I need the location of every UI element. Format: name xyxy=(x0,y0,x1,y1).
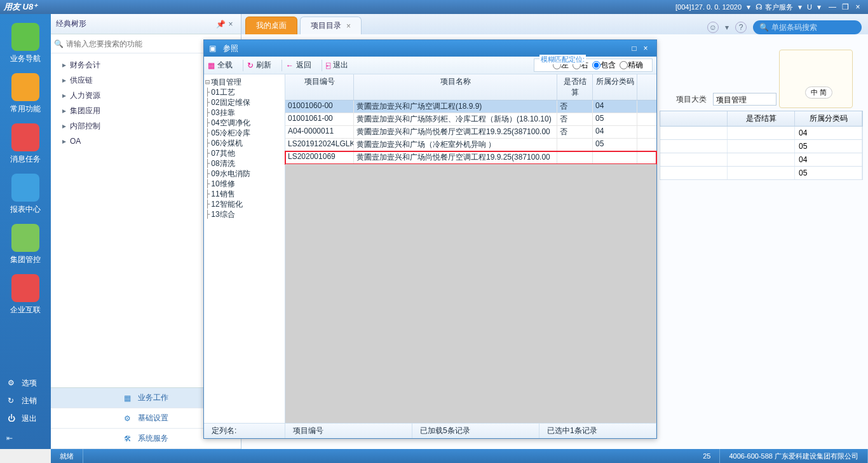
table-row[interactable]: LS202001069黄圃壹加壹兴和广场尚悦餐厅空调工程19.9.25(3871… xyxy=(285,151,656,164)
close-icon[interactable]: × xyxy=(346,22,351,31)
refresh-button[interactable]: ↻刷新 xyxy=(247,60,271,71)
tree-item[interactable]: ├ 03 挂靠 xyxy=(205,107,283,118)
chev-down-icon[interactable]: ▾ xyxy=(817,3,821,11)
nav-enterprise[interactable]: 企业互联 xyxy=(5,274,46,315)
tree-root[interactable]: ⊟ 项目管理 xyxy=(205,77,283,87)
tree-item-label: 冷煤机 xyxy=(220,138,243,149)
cell-code: 01001060-00 xyxy=(285,100,354,113)
maximize-icon[interactable]: □ xyxy=(628,44,640,53)
tab-desktop[interactable]: 我的桌面 xyxy=(245,17,297,34)
match-contain[interactable]: 包含 xyxy=(592,60,616,71)
fullload-button[interactable]: ▦全载 xyxy=(208,60,233,71)
tab-project[interactable]: 项目目录× xyxy=(300,17,362,34)
table-row[interactable]: A04-0000011黄圃壹加壹兴和广场尚悦餐厅空调工程19.9.25(3871… xyxy=(285,126,656,139)
smile-icon[interactable]: ☺ xyxy=(707,22,719,33)
tree-item-label: 综合 xyxy=(220,209,235,220)
nav-common[interactable]: 常用功能 xyxy=(5,73,46,114)
customer-service[interactable]: 客户服务 xyxy=(765,3,793,12)
tree-item-label: 维修 xyxy=(220,179,235,190)
barcode-search[interactable]: 🔍 单据条码搜索 xyxy=(753,20,862,34)
nav-reports-label: 报表中心 xyxy=(5,204,46,215)
caret-icon: ▸ xyxy=(62,106,70,115)
tree-item[interactable]: ├ 09 水电消防 xyxy=(205,169,283,179)
col-a xyxy=(660,111,728,126)
nav-node-label: 人力资源 xyxy=(70,90,100,101)
tree-item[interactable]: ├ 05 冷柜冷库 xyxy=(205,128,283,138)
close-icon[interactable]: × xyxy=(226,20,236,29)
tree-item-num: 06 xyxy=(211,139,219,148)
table-row[interactable]: 04 xyxy=(660,127,863,140)
col-cat[interactable]: 所属分类码 xyxy=(593,74,637,100)
tree-item[interactable]: ├ 13 综合 xyxy=(205,209,283,219)
chev-down-icon[interactable]: ▾ xyxy=(747,3,750,11)
tree-item[interactable]: ├ 07 其他 xyxy=(205,148,283,158)
tree-item-label: 空调净化 xyxy=(220,118,250,128)
cell-cat: 05 xyxy=(593,139,637,151)
radio-label: 精确 xyxy=(628,60,643,71)
close-icon[interactable]: × xyxy=(853,3,863,11)
collapse-arrow-icon[interactable]: ⇤ xyxy=(0,427,51,449)
nav-node-label: 财务会计 xyxy=(70,60,100,71)
chev-down-icon[interactable]: ▾ xyxy=(798,3,802,11)
tree-item[interactable]: ├ 08 清洗 xyxy=(205,158,283,169)
logout-button[interactable]: ↻注销 xyxy=(0,392,51,410)
category-field[interactable]: 项目管理 xyxy=(713,93,776,106)
category-tree: ⊟ 项目管理 ├ 01 工艺 ├ 02 固定维保 ├ 03 挂靠 ├ 04 空调… xyxy=(204,74,285,423)
nav-messages[interactable]: 消息任务 xyxy=(5,123,46,165)
cell: 04 xyxy=(795,127,862,139)
col-closed[interactable]: 是否结算 xyxy=(557,74,593,100)
cell-code: A04-0000011 xyxy=(285,126,354,138)
status-num: 25 xyxy=(694,449,720,463)
table-row[interactable]: 05 xyxy=(660,140,863,153)
table-row[interactable]: 01001060-00黄圃壹加壹兴和广场空调工程(18.9.9)否04 xyxy=(285,100,656,113)
tree-item[interactable]: ├ 12 智能化 xyxy=(205,199,283,209)
table-row[interactable]: 04 xyxy=(660,153,863,167)
nav-business[interactable]: 业务导航 xyxy=(5,23,46,64)
back-button[interactable]: ←返回 xyxy=(286,60,311,71)
nav-reports[interactable]: 报表中心 xyxy=(5,174,46,215)
nav-node-label: OA xyxy=(70,137,81,146)
cell-name: 黄圃壹加壹兴和广场尚悦餐厅空调工程19.9.25(387100.00 xyxy=(354,126,557,138)
lang-badge[interactable]: 中 简 xyxy=(805,86,832,99)
headset-icon: ☊ xyxy=(756,3,763,11)
minimize-icon[interactable]: — xyxy=(827,3,837,11)
match-exact[interactable]: 精确 xyxy=(620,60,643,71)
table-row[interactable]: 05 xyxy=(660,167,863,180)
close-icon[interactable]: × xyxy=(640,44,651,53)
exit-label: 退出 xyxy=(22,413,37,424)
tree-item-label: 水电消防 xyxy=(220,169,250,179)
fullload-icon: ▦ xyxy=(208,61,215,70)
tree-item[interactable]: ├ 06 冷煤机 xyxy=(205,138,283,148)
tree-item[interactable]: ├ 02 固定维保 xyxy=(205,97,283,107)
category-label: 项目大类 xyxy=(676,94,707,105)
col-name[interactable]: 项目名称 xyxy=(354,74,557,100)
tree-item-num: 13 xyxy=(211,210,219,219)
nav-common-label: 常用功能 xyxy=(5,104,46,114)
u-menu[interactable]: U xyxy=(807,3,812,11)
exit-button[interactable]: ⏻退出 xyxy=(0,410,51,427)
pin-icon[interactable]: 📌 xyxy=(215,20,226,29)
exit-button[interactable]: ⍇退出 xyxy=(326,60,348,71)
tree-item-label: 其他 xyxy=(220,148,235,159)
logout-label: 注销 xyxy=(22,396,37,406)
nav-panel-header: 经典树形 📌 × xyxy=(51,14,241,34)
nav-business-label: 业务导航 xyxy=(5,53,46,64)
nav-group[interactable]: 集团管控 xyxy=(5,224,46,265)
tree-item[interactable]: ├ 11 销售 xyxy=(205,189,283,199)
chev-down-icon[interactable]: ▾ xyxy=(725,23,729,32)
options-button[interactable]: ⚙选项 xyxy=(0,374,51,392)
cell-code: LS202001069 xyxy=(285,151,354,163)
cell: 05 xyxy=(795,167,862,179)
col-code[interactable]: 项目编号 xyxy=(285,74,354,100)
tree-item[interactable]: ├ 04 空调净化 xyxy=(205,118,283,128)
tree-item-label: 固定维保 xyxy=(220,97,250,108)
tree-item[interactable]: ├ 10 维修 xyxy=(205,179,283,189)
app-logo: 用友 U8⁺ xyxy=(4,1,37,13)
table-row[interactable]: LS201912024LGLK黄圃壹加壹兴和广场（冷柜室外机异响 ）05 xyxy=(285,139,656,151)
restore-icon[interactable]: ❐ xyxy=(840,3,850,11)
tree-item-label: 挂靠 xyxy=(220,107,235,118)
tree-item[interactable]: ├ 01 工艺 xyxy=(205,87,283,97)
table-row[interactable]: 01001061-00黄圃壹加壹兴和广场陈列柜、冷库工程（新场）(18.10.1… xyxy=(285,113,656,126)
btn-label: 退出 xyxy=(333,60,348,71)
help-icon[interactable]: ? xyxy=(735,22,747,33)
